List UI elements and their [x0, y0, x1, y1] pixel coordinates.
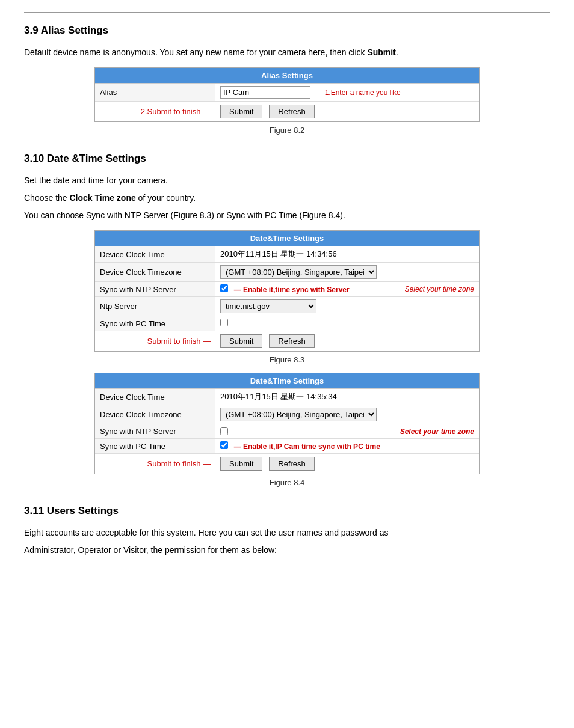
fig83-ntp-sync-value: — Enable it,time sync with Server Select… — [215, 282, 479, 297]
fig83-pc-sync-label: Sync with PC Time — [95, 316, 215, 331]
figure82-header: Alias Settings — [95, 68, 479, 83]
fig84-pc-sync-label: Sync with PC Time — [95, 439, 215, 454]
fig84-pc-sync-checkbox[interactable] — [220, 441, 228, 449]
fig83-ntp-annotation: — Enable it,time sync with Server — [234, 286, 350, 294]
figure83-header: Date&Time Settings — [95, 231, 479, 246]
fig84-timezone-select[interactable]: (GMT +08:00) Beijing, Singapore, Taipei — [220, 408, 377, 421]
fig83-submit-label: Submit to finish — — [95, 331, 215, 352]
fig84-row4: Sync with PC Time — Enable it,IP Cam tim… — [95, 439, 479, 454]
fig83-timezone-value: (GMT +08:00) Beijing, Singapore, Taipei — [215, 263, 479, 282]
fig84-refresh-button[interactable]: Refresh — [269, 457, 315, 471]
alias-submit-row: 2.Submit to finish — Submit Refresh — [95, 102, 479, 122]
section-alias: 3.9 Alias Settings Default device name i… — [24, 25, 550, 135]
alias-submit-button[interactable]: Submit — [220, 105, 262, 118]
fig83-pc-sync-value — [215, 316, 479, 331]
figure84-header: Date&Time Settings — [95, 373, 479, 388]
section-alias-desc: Default device name is anonymous. You se… — [24, 46, 550, 59]
fig83-ntp-server-label: Ntp Server — [95, 297, 215, 316]
alias-submit-label: 2.Submit to finish — — [95, 102, 215, 122]
fig84-pc-sync-value: — Enable it,IP Cam time sync with PC tim… — [215, 439, 479, 454]
figure82-caption: Figure 8.2 — [94, 126, 480, 135]
fig83-ntp-sync-checkbox[interactable] — [220, 284, 228, 292]
users-line1: Eight accounts are acceptable for this s… — [24, 527, 550, 539]
section-users-heading: 3.11 Users Settings — [24, 505, 550, 517]
alias-buttons: Submit Refresh — [215, 102, 479, 122]
fig84-row1: Device Clock Time 2010年11月15日 星期一 14:35:… — [95, 389, 479, 405]
fig83-refresh-button[interactable]: Refresh — [269, 334, 315, 348]
fig84-row3: Sync with NTP Server Select your time zo… — [95, 424, 479, 439]
fig83-ntp-sync-label: Sync with NTP Server — [95, 282, 215, 297]
figure84-caption: Figure 8.4 — [94, 478, 480, 487]
section-datetime: 3.10 Date &Time Settings Set the date an… — [24, 153, 550, 487]
fig84-row2: Device Clock Timezone (GMT +08:00) Beiji… — [95, 405, 479, 424]
fig84-clock-time-label: Device Clock Time — [95, 389, 215, 405]
section-alias-heading: 3.9 Alias Settings — [24, 25, 550, 37]
fig83-row4: Ntp Server time.nist.gov — [95, 297, 479, 316]
fig83-timezone-hint: Select your time zone — [405, 285, 474, 293]
fig83-clock-time-value: 2010年11月15日 星期一 14:34:56 — [215, 246, 479, 263]
figure83-table: Date&Time Settings Device Clock Time 201… — [94, 230, 480, 352]
fig84-ntp-sync-checkbox[interactable] — [220, 427, 228, 435]
fig84-timezone-hint: Select your time zone — [400, 427, 474, 436]
alias-label: Alias — [95, 84, 215, 102]
figure83-caption: Figure 8.3 — [94, 355, 480, 364]
figure84-table: Date&Time Settings Device Clock Time 201… — [94, 373, 480, 474]
fig84-timezone-value: (GMT +08:00) Beijing, Singapore, Taipei — [215, 405, 479, 424]
alias-annotation: —1.Enter a name you like — [318, 88, 401, 97]
datetime-line1: Set the date and time for your camera. — [24, 174, 550, 187]
alias-refresh-button[interactable]: Refresh — [269, 105, 315, 118]
fig84-ntp-sync-value: Select your time zone — [215, 424, 479, 439]
alias-row: Alias —1.Enter a name you like — [95, 84, 479, 102]
fig83-clock-time-label: Device Clock Time — [95, 246, 215, 263]
fig84-pc-annotation: — Enable it,IP Cam time sync with PC tim… — [234, 442, 380, 451]
fig83-timezone-label: Device Clock Timezone — [95, 263, 215, 282]
fig84-submit-button[interactable]: Submit — [220, 457, 262, 471]
alias-value-cell: —1.Enter a name you like — [215, 84, 479, 102]
alias-input[interactable] — [220, 86, 310, 99]
fig83-row5: Sync with PC Time — [95, 316, 479, 331]
fig84-timezone-label: Device Clock Timezone — [95, 405, 215, 424]
fig83-row1: Device Clock Time 2010年11月15日 星期一 14:34:… — [95, 246, 479, 263]
figure82-table: Alias Settings Alias —1.Enter a name you… — [94, 67, 480, 122]
fig83-row2: Device Clock Timezone (GMT +08:00) Beiji… — [95, 263, 479, 282]
section-users: 3.11 Users Settings Eight accounts are a… — [24, 505, 550, 557]
fig83-buttons: Submit Refresh — [215, 331, 479, 352]
fig84-clock-time-value: 2010年11月15日 星期一 14:35:34 — [215, 389, 479, 405]
fig83-pc-sync-checkbox[interactable] — [220, 319, 228, 326]
datetime-line2: Choose the Clock Time zone of your count… — [24, 192, 550, 204]
fig84-submit-row: Submit to finish — Submit Refresh — [95, 454, 479, 474]
fig83-ntp-server-value: time.nist.gov — [215, 297, 479, 316]
fig83-timezone-select[interactable]: (GMT +08:00) Beijing, Singapore, Taipei — [220, 265, 377, 279]
fig83-ntp-server-select[interactable]: time.nist.gov — [220, 299, 316, 313]
fig84-submit-label: Submit to finish — — [95, 454, 215, 474]
users-line2: Administrator, Operator or Visitor, the … — [24, 544, 550, 557]
fig83-row3: Sync with NTP Server — Enable it,time sy… — [95, 282, 479, 297]
fig83-submit-row: Submit to finish — Submit Refresh — [95, 331, 479, 352]
section-datetime-heading: 3.10 Date &Time Settings — [24, 153, 550, 165]
top-divider — [24, 12, 550, 13]
datetime-line3: You can choose Sync with NTP Server (Fig… — [24, 209, 550, 222]
fig84-ntp-sync-label: Sync with NTP Server — [95, 424, 215, 439]
fig84-buttons: Submit Refresh — [215, 454, 479, 474]
fig83-submit-button[interactable]: Submit — [220, 334, 262, 348]
